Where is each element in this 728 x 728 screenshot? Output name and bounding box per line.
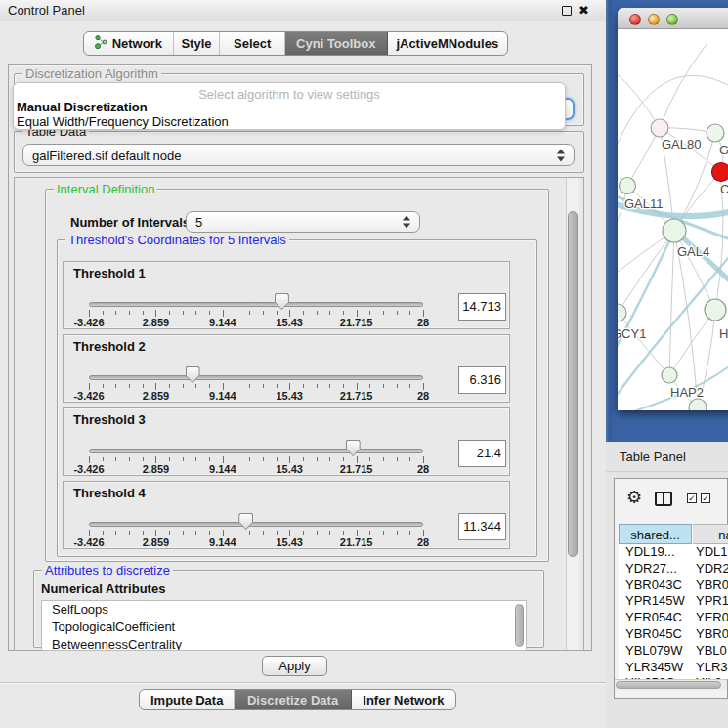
slider-tick bbox=[343, 311, 344, 315]
node-label: HAP2 bbox=[670, 385, 704, 400]
column-header-name[interactable]: name bbox=[693, 524, 728, 544]
threshold-panel: Threshold 2-3.4262.8599.14415.4321.71528… bbox=[63, 334, 510, 403]
checkbox-icon[interactable]: ✓ bbox=[701, 493, 710, 503]
threshold-value-field[interactable]: 6.316 bbox=[458, 366, 506, 394]
table-row[interactable]: YBR045CYBR0 bbox=[619, 626, 728, 643]
slider-tick bbox=[143, 384, 144, 388]
slider-tick bbox=[289, 310, 290, 317]
tab-cyni-toolbox[interactable]: Cyni Toolbox bbox=[285, 32, 388, 55]
slider-tick bbox=[223, 383, 224, 390]
node-GCY1[interactable] bbox=[618, 304, 626, 321]
table-row[interactable]: YBR043CYBR0 bbox=[619, 578, 728, 594]
attributes-group-title: Attributes to discretize bbox=[42, 563, 173, 578]
tab-infer-network[interactable]: Infer Network bbox=[352, 690, 455, 709]
threshold-slider-thumb[interactable] bbox=[275, 293, 289, 310]
list-item[interactable]: TopologicalCoefficient bbox=[42, 619, 526, 636]
tab-impute-data[interactable]: Impute Data bbox=[140, 690, 235, 709]
table-data-combo[interactable]: galFiltered.sif default node bbox=[22, 144, 575, 166]
close-icon[interactable]: ✖ bbox=[578, 2, 589, 20]
horizontal-scrollbar-track[interactable] bbox=[615, 679, 727, 690]
slider-tick bbox=[236, 384, 236, 388]
node-GAL11[interactable] bbox=[620, 178, 636, 194]
node-H[interactable] bbox=[705, 299, 726, 321]
number-of-intervals-combo[interactable]: 5 bbox=[186, 211, 420, 233]
slider-tick bbox=[317, 311, 318, 315]
slider-tick bbox=[357, 530, 358, 536]
float-icon[interactable] bbox=[562, 6, 572, 16]
thresholds-group-title: Threshold's Coordinates for 5 Intervals bbox=[65, 233, 289, 247]
table-row[interactable]: YBL079WYBL0 bbox=[619, 643, 728, 660]
slider-tick-label: 28 bbox=[400, 317, 447, 328]
table-row[interactable]: YER054CYER0 bbox=[619, 610, 728, 626]
table-row[interactable]: YLR345WYLR3 bbox=[619, 660, 728, 676]
slider-tick bbox=[317, 531, 318, 535]
algorithm-option-manual[interactable]: Manual Discretization bbox=[17, 100, 148, 114]
tab-style[interactable]: Style bbox=[174, 32, 221, 55]
tab-label: Select bbox=[234, 36, 271, 51]
list-item[interactable]: BetweennessCentrality bbox=[42, 636, 526, 651]
gear-icon[interactable]: ⚙ bbox=[626, 487, 642, 508]
tab-network[interactable]: Network bbox=[84, 32, 174, 55]
slider-tick bbox=[155, 383, 156, 390]
list-item[interactable]: SelfLoops bbox=[42, 601, 526, 619]
slider-tick bbox=[397, 531, 398, 535]
apply-button[interactable]: Apply bbox=[262, 656, 327, 676]
threshold-slider-track[interactable] bbox=[89, 375, 423, 380]
network-icon bbox=[95, 35, 107, 52]
threshold-slider-track[interactable] bbox=[89, 302, 423, 307]
tab-label: Style bbox=[181, 36, 211, 51]
table-row[interactable]: YDL19...YDL1 bbox=[619, 544, 728, 561]
table-row[interactable]: YDR27...YDR2 bbox=[619, 561, 728, 578]
table-row[interactable]: YPR145WYPR1 bbox=[619, 593, 728, 610]
threshold-slider-thumb[interactable] bbox=[346, 440, 361, 456]
network-canvas[interactable]: GAL80GACGAL11GAL4GCY1HHAP2 bbox=[618, 29, 728, 410]
threshold-panel: Threshold 3-3.4262.8599.14415.4321.71528… bbox=[63, 407, 510, 476]
vertical-scrollbar-thumb[interactable] bbox=[568, 211, 578, 557]
node-GA[interactable] bbox=[707, 124, 724, 142]
columns-icon[interactable] bbox=[655, 492, 672, 506]
cell-name: YER0 bbox=[696, 610, 728, 624]
node-C[interactable] bbox=[712, 163, 728, 182]
slider-tick bbox=[143, 531, 144, 535]
threshold-value-field[interactable]: 14.713 bbox=[458, 293, 506, 321]
threshold-slider-track[interactable] bbox=[89, 522, 423, 527]
slider-tick-label: 15.43 bbox=[266, 536, 313, 548]
slider-tick bbox=[195, 531, 196, 535]
threshold-value-field[interactable]: 21.4 bbox=[458, 440, 506, 467]
slider-tick bbox=[423, 456, 424, 463]
tab-discretize-data[interactable]: Discretize Data bbox=[235, 690, 351, 709]
threshold-label: Threshold 2 bbox=[73, 339, 146, 354]
horizontal-scrollbar-thumb[interactable] bbox=[616, 681, 721, 689]
node-GAL4[interactable] bbox=[663, 219, 686, 242]
top-tab-bar: NetworkStyleSelectCyni ToolboxjActiveMNo… bbox=[83, 31, 508, 56]
zoom-traffic-light-icon[interactable] bbox=[666, 14, 678, 25]
tab-select[interactable]: Select bbox=[220, 32, 285, 55]
threshold-slider-track[interactable] bbox=[89, 449, 423, 453]
minimize-traffic-light-icon[interactable] bbox=[648, 14, 660, 25]
slider-tick bbox=[397, 311, 398, 315]
slider-tick bbox=[369, 384, 370, 388]
node-HAP2[interactable] bbox=[662, 367, 677, 383]
checkbox-icon[interactable]: ✓ bbox=[687, 493, 697, 503]
tab-label: jActiveMNodules bbox=[396, 36, 498, 51]
slider-tick-label: -3.426 bbox=[65, 390, 112, 402]
node-GAL80[interactable] bbox=[651, 119, 668, 137]
slider-tick bbox=[357, 383, 358, 390]
slider-tick-label: 28 bbox=[400, 536, 447, 548]
node-partial[interactable] bbox=[689, 399, 707, 410]
slider-tick bbox=[89, 310, 90, 317]
network-graph: GAL80GACGAL11GAL4GCY1HHAP2 bbox=[618, 29, 728, 410]
threshold-slider-thumb[interactable] bbox=[186, 366, 200, 383]
slider-tick bbox=[263, 531, 264, 535]
algorithm-option-equal-width[interactable]: Equal Width/Frequency Discretization bbox=[17, 114, 229, 129]
cell-name: YBR0 bbox=[696, 578, 728, 592]
list-scrollbar-thumb[interactable] bbox=[515, 604, 524, 647]
slider-tick bbox=[329, 531, 330, 535]
close-traffic-light-icon[interactable] bbox=[629, 14, 641, 25]
threshold-slider-thumb[interactable] bbox=[238, 513, 253, 530]
numerical-attributes-list[interactable]: SelfLoopsTopologicalCoefficientBetweenne… bbox=[41, 600, 527, 651]
slider-tick bbox=[263, 457, 264, 461]
tab-jactivemnodules[interactable]: jActiveMNodules bbox=[388, 32, 507, 55]
column-header-shared-name[interactable]: shared... bbox=[619, 524, 692, 544]
threshold-value-field[interactable]: 11.344 bbox=[458, 513, 506, 540]
